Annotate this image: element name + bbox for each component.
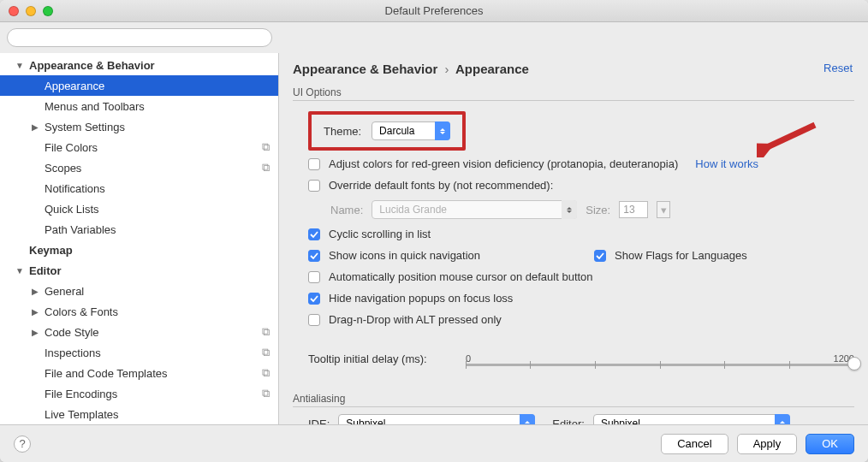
sidebar-item-label: Path Variables (45, 223, 270, 236)
font-size-stepper: ▾ (657, 201, 670, 218)
sidebar-item-label: Appearance & Behavior (29, 59, 270, 72)
apply-button[interactable]: Apply (737, 434, 798, 454)
sidebar: ▼Appearance & BehaviorAppearanceMenus an… (0, 53, 279, 436)
project-scope-icon: ⧉ (262, 366, 270, 380)
section-ui-options: UI Options (293, 86, 854, 98)
project-scope-icon: ⧉ (262, 325, 270, 339)
cyclic-scrolling-label: Cyclic scrolling in list (329, 228, 431, 240)
font-name-label: Name: (330, 204, 363, 216)
titlebar: Default Preferences (0, 0, 868, 22)
svg-line-2 (764, 125, 815, 149)
tooltip-delay-slider[interactable]: 01200 (466, 353, 854, 379)
breadcrumb-page: Appearance (455, 62, 529, 76)
disclosure-arrow-icon: ▼ (15, 266, 24, 275)
sidebar-item-colors-fonts[interactable]: ▶Colors & Fonts (0, 301, 278, 322)
disclosure-arrow-icon: ▶ (31, 328, 39, 337)
breadcrumb-parent: Appearance & Behavior (293, 62, 437, 76)
font-size-label: Size: (586, 204, 610, 216)
disclosure-arrow-icon: ▶ (31, 307, 39, 317)
sidebar-item-label: File and Code Templates (45, 367, 262, 380)
disclosure-arrow-icon: ▶ (31, 122, 39, 132)
show-icons-checkbox[interactable] (308, 250, 320, 262)
section-antialiasing: Antialiasing (293, 393, 854, 405)
auto-cursor-checkbox[interactable] (308, 271, 320, 283)
sidebar-item-appearance-behavior[interactable]: ▼Appearance & Behavior (0, 55, 278, 75)
theme-highlight-box: Theme: Darcula (308, 111, 466, 151)
window-title: Default Preferences (0, 4, 868, 17)
disclosure-arrow-icon: ▶ (31, 287, 39, 296)
sidebar-item-live-templates[interactable]: Live Templates (0, 404, 278, 424)
tooltip-delay-label: Tooltip initial delay (ms): (308, 352, 454, 365)
sidebar-item-label: Quick Lists (45, 203, 270, 216)
hide-popups-label: Hide navigation popups on focus loss (329, 292, 513, 305)
sidebar-item-label: Appearance (45, 80, 270, 92)
sidebar-item-editor[interactable]: ▼Editor (0, 260, 278, 281)
sidebar-item-code-style[interactable]: ▶Code Style⧉ (0, 322, 278, 342)
cyclic-scrolling-checkbox[interactable] (308, 228, 320, 240)
font-name-select: Lucida Grande (372, 200, 577, 219)
sidebar-item-label: Menus and Toolbars (45, 100, 270, 113)
dnd-alt-label: Drag-n-Drop with ALT pressed only (329, 313, 502, 326)
annotation-arrow-icon (757, 120, 825, 157)
sidebar-item-quick-lists[interactable]: Quick Lists (0, 198, 278, 219)
override-fonts-checkbox[interactable] (308, 180, 320, 192)
breadcrumb: Appearance & Behavior › Appearance (293, 62, 854, 76)
content-panel: Appearance & Behavior › Appearance Reset… (279, 53, 868, 436)
dnd-alt-checkbox[interactable] (308, 314, 320, 326)
help-button[interactable]: ? (14, 435, 31, 453)
sidebar-item-label: Keymap (29, 244, 270, 257)
zoom-icon[interactable] (43, 6, 53, 16)
project-scope-icon: ⧉ (262, 140, 270, 154)
cancel-button[interactable]: Cancel (661, 434, 728, 454)
sidebar-item-notifications[interactable]: Notifications (0, 178, 278, 198)
sidebar-item-general[interactable]: ▶General (0, 281, 278, 301)
theme-select[interactable]: Darcula (372, 121, 450, 140)
project-scope-icon: ⧉ (262, 346, 270, 359)
how-it-works-link[interactable]: How it works (695, 157, 758, 170)
sidebar-item-label: Live Templates (45, 408, 270, 421)
disclosure-arrow-icon: ▼ (15, 61, 24, 70)
sidebar-item-label: Scopes (45, 162, 262, 175)
minimize-icon[interactable] (26, 6, 36, 16)
sidebar-item-label: Notifications (45, 182, 270, 195)
adjust-colors-checkbox[interactable] (308, 158, 320, 170)
hide-popups-checkbox[interactable] (308, 293, 320, 305)
sidebar-item-file-encodings[interactable]: File Encodings⧉ (0, 383, 278, 404)
sidebar-item-label: Inspections (45, 346, 262, 359)
search-input[interactable] (7, 28, 272, 47)
sidebar-item-file-colors[interactable]: File Colors⧉ (0, 137, 278, 157)
show-flags-label: Show Flags for Languages (615, 249, 747, 262)
auto-cursor-label: Automatically position mouse cursor on d… (329, 270, 593, 283)
close-icon[interactable] (9, 6, 19, 16)
sidebar-item-label: File Encodings (45, 388, 262, 400)
sidebar-item-inspections[interactable]: Inspections⧉ (0, 342, 278, 363)
sidebar-item-label: System Settings (45, 121, 270, 133)
project-scope-icon: ⧉ (262, 161, 270, 175)
sidebar-item-system-settings[interactable]: ▶System Settings (0, 116, 278, 137)
sidebar-item-label: Code Style (45, 326, 262, 339)
project-scope-icon: ⧉ (262, 387, 270, 400)
sidebar-item-path-variables[interactable]: Path Variables (0, 219, 278, 240)
sidebar-item-label: Editor (29, 264, 270, 277)
font-size-input (619, 201, 648, 218)
show-flags-checkbox[interactable] (594, 250, 606, 262)
theme-label: Theme: (324, 125, 361, 138)
sidebar-item-scopes[interactable]: Scopes⧉ (0, 157, 278, 178)
show-icons-label: Show icons in quick navigation (329, 249, 586, 262)
adjust-colors-label: Adjust colors for red-green vision defic… (329, 157, 678, 170)
ok-button[interactable]: OK (806, 434, 854, 454)
sidebar-item-keymap[interactable]: Keymap (0, 240, 278, 260)
sidebar-item-file-and-code-templates[interactable]: File and Code Templates⧉ (0, 363, 278, 383)
sidebar-item-label: General (45, 285, 270, 298)
bottom-bar: ? Cancel Apply OK (0, 424, 868, 462)
sidebar-item-appearance[interactable]: Appearance (0, 75, 278, 96)
override-fonts-label: Override default fonts by (not recommend… (329, 179, 553, 192)
sidebar-item-label: File Colors (45, 141, 262, 154)
reset-link[interactable]: Reset (823, 62, 853, 74)
sidebar-item-label: Colors & Fonts (45, 305, 270, 318)
sidebar-item-menus-and-toolbars[interactable]: Menus and Toolbars (0, 96, 278, 116)
